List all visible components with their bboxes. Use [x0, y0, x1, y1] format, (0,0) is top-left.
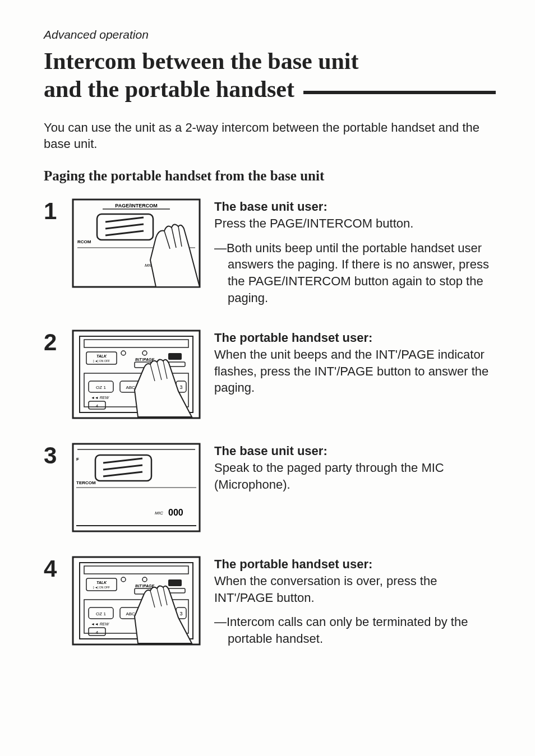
svg-line-5 — [105, 231, 144, 235]
label-4: 4 — [96, 403, 99, 409]
label-oz1: OZ 1 — [96, 385, 106, 390]
step-3-body: Speak to the paged party through the MIC… — [214, 461, 444, 491]
manual-page: Advanced operation Intercom between the … — [0, 0, 535, 756]
step-4-body: When the conversation is over, press the… — [214, 574, 437, 605]
svg-text:[·◄] ON OFF: [·◄] ON OFF — [93, 359, 109, 363]
svg-rect-45 — [168, 579, 182, 586]
svg-line-32 — [103, 465, 142, 470]
step-number: 4 — [44, 556, 72, 581]
label-rew: ◄◄ REW — [91, 622, 110, 626]
step-number: 2 — [44, 330, 72, 354]
label-3: 3 — [179, 611, 182, 616]
svg-point-16 — [142, 351, 147, 355]
step-1-figure: PAGE/INTERCOM RCOM MIC — [72, 198, 201, 288]
title-rule — [303, 91, 496, 94]
intro-text: You can use the unit as a 2-way intercom… — [44, 119, 496, 152]
step-4: 4 TALK [·◄] ON OFF INT'/PAGE OZ 1 ◄◄ REW — [44, 556, 496, 647]
svg-point-43 — [142, 577, 147, 582]
step-3: 3 F TERCOM MIC 000 The base unit user: S… — [44, 443, 496, 532]
step-3-figure: F TERCOM MIC 000 — [72, 443, 201, 532]
step-number: 1 — [44, 198, 72, 223]
svg-rect-12 — [84, 340, 188, 347]
label-page-intercom: PAGE/INTERCOM — [115, 203, 157, 208]
label-tercom: TERCOM — [76, 480, 96, 485]
svg-point-42 — [121, 577, 126, 582]
label-3: 3 — [179, 384, 182, 390]
svg-rect-19 — [168, 362, 185, 367]
step-4-figure: TALK [·◄] ON OFF INT'/PAGE OZ 1 ◄◄ REW A… — [72, 556, 201, 646]
step-1-note: —Both units beep until the portable hand… — [214, 240, 496, 307]
svg-rect-46 — [168, 588, 185, 593]
step-1-heading: The base unit user: — [214, 200, 328, 214]
step-2: 2 TALK [·◄] ON OFF INT'/PAGE OZ 1 — [44, 330, 496, 419]
mic-holes: 000 — [168, 508, 183, 517]
label-int-page: INT'/PAGE — [135, 358, 155, 361]
step-1: 1 PAGE/INTERCOM RCOM MIC The base — [44, 198, 496, 306]
label-talk: TALK — [96, 581, 107, 585]
svg-text:F: F — [76, 457, 79, 462]
section-header: Advanced operation — [44, 28, 496, 41]
svg-line-33 — [103, 472, 142, 476]
svg-line-4 — [105, 224, 144, 229]
svg-line-3 — [105, 217, 144, 222]
step-1-text: The base unit user: Press the PAGE/INTER… — [214, 198, 496, 306]
step-2-heading: The portable handset user: — [214, 331, 372, 345]
label-rcom: RCOM — [77, 239, 91, 244]
step-3-heading: The base unit user: — [214, 444, 328, 458]
subheading: Paging the portable handset from the bas… — [44, 168, 496, 184]
svg-rect-39 — [84, 566, 188, 574]
step-2-text: The portable handset user: When the unit… — [214, 330, 496, 396]
title-line-1: Intercom between the base unit — [44, 47, 496, 75]
svg-point-15 — [121, 351, 126, 355]
step-4-text: The portable handset user: When the conv… — [214, 556, 496, 647]
label-4: 4 — [96, 630, 99, 635]
step-4-note: —Intercom calls can only be terminated b… — [214, 614, 496, 647]
svg-text:[·◄] ON OFF: [·◄] ON OFF — [93, 586, 109, 589]
step-4-heading: The portable handset user: — [214, 557, 372, 571]
title-line-2: and the portable handset — [44, 75, 294, 103]
svg-rect-18 — [168, 353, 182, 360]
label-oz1: OZ 1 — [96, 611, 106, 616]
label-mic: MIC — [155, 511, 163, 516]
step-1-body: Press the PAGE/INTERCOM button. — [214, 216, 413, 230]
step-2-body: When the unit beeps and the INT'/PAGE in… — [214, 347, 488, 395]
step-3-text: The base unit user: Speak to the paged p… — [214, 443, 496, 493]
svg-line-31 — [103, 458, 142, 463]
page-title: Intercom between the base unit and the p… — [44, 47, 496, 104]
step-number: 3 — [44, 443, 72, 467]
label-talk: TALK — [96, 354, 107, 358]
label-int-page: INT'/PAGE — [135, 584, 155, 588]
step-2-figure: TALK [·◄] ON OFF INT'/PAGE OZ 1 ◄◄ REW A… — [72, 330, 201, 419]
label-rew: ◄◄ REW — [91, 396, 110, 400]
